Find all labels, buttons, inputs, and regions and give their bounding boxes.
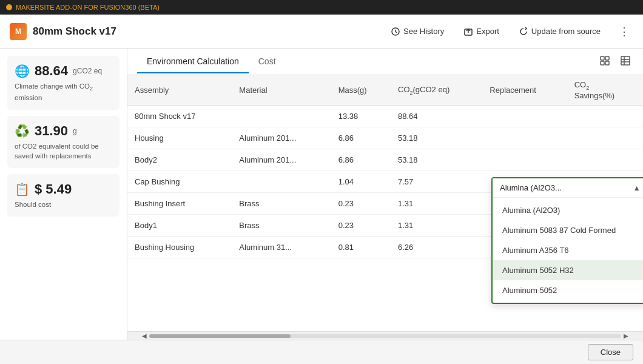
dropdown-selected-text: Alumina (Al2O3... [500, 183, 562, 192]
content-area: Environment Calculation Cost [127, 49, 643, 340]
cell-co2: 1.31 [391, 192, 482, 214]
cost-metric-card: 📋 $ 5.49 Should cost [7, 174, 120, 217]
cell-assembly: Housing [127, 127, 232, 149]
dropdown-item[interactable]: Alumina (Al2O3) [493, 200, 643, 220]
savings-description: of CO2 equivalent could be saved with re… [15, 141, 112, 161]
cell-mass: 1.04 [331, 170, 391, 192]
update-from-source-label: Update from source [531, 27, 601, 36]
col-savings: CO2Savings(%) [567, 75, 643, 105]
cell-savings [567, 105, 643, 127]
table-row: Housing Aluminum 201... 6.86 53.18 [127, 127, 643, 149]
tabs-right [597, 53, 633, 71]
cell-replacement[interactable] [482, 149, 567, 170]
co2-value: 88.64 [35, 63, 68, 79]
cell-replacement[interactable] [482, 105, 567, 127]
table-row: Body2 Aluminum 201... 6.86 53.18 [127, 149, 643, 170]
dropdown-item[interactable]: Aluminum 5052 [493, 280, 643, 300]
scroll-right-arrow[interactable]: ▶ [621, 332, 631, 339]
col-mass: Mass(g) [331, 75, 391, 105]
export-icon [463, 27, 473, 36]
col-material: Material [232, 75, 331, 105]
cell-assembly: 80mm Shock v17 [127, 105, 232, 127]
sidebar: 🌐 88.64 gCO2 eq Climate change with CO2 … [0, 49, 127, 340]
app-logo: M [10, 23, 27, 40]
grid-view-button[interactable] [597, 53, 613, 71]
dropdown-item[interactable]: Aluminum A356 T6 [493, 240, 643, 260]
cell-mass: 0.23 [331, 214, 391, 236]
tab-cost[interactable]: Cost [249, 50, 286, 73]
cell-mass: 0.81 [331, 236, 391, 258]
tabs-bar: Environment Calculation Cost [127, 49, 643, 75]
title-bar: MAKERSITE ADD-ON FOR FUSION360 (BETA) [0, 0, 643, 15]
scrollbar-thumb[interactable] [149, 334, 291, 338]
export-label: Export [476, 27, 499, 36]
chevron-up-icon: ▲ [633, 184, 641, 192]
cell-material: Brass [232, 192, 331, 214]
scroll-left-arrow[interactable]: ◀ [140, 332, 149, 339]
recycle-icon: ♻️ [15, 124, 30, 138]
header: M 80mm Shock v17 See History Export Upda… [0, 15, 643, 49]
horizontal-scrollbar[interactable]: ◀ ▶ [127, 331, 643, 340]
cell-savings [567, 149, 643, 170]
dropdown-selected-row[interactable]: Alumina (Al2O3... ▲ 72.30 [493, 178, 643, 198]
cell-material: Aluminum 201... [232, 127, 331, 149]
svg-rect-3 [601, 56, 604, 60]
co2-description: Climate change with CO2 emission [15, 81, 112, 103]
cell-mass: 0.23 [331, 192, 391, 214]
main-layout: 🌐 88.64 gCO2 eq Climate change with CO2 … [0, 49, 643, 340]
close-button[interactable]: Close [588, 344, 633, 360]
export-button[interactable]: Export [459, 24, 504, 39]
svg-rect-5 [601, 61, 604, 65]
savings-metric-card: ♻️ 31.90 g of CO2 equivalent could be sa… [7, 116, 120, 168]
savings-unit: g [73, 127, 77, 135]
see-history-label: See History [403, 27, 444, 36]
refresh-icon [519, 27, 528, 36]
page-title: 80mm Shock v17 [33, 25, 116, 38]
cell-material: Brass [232, 214, 331, 236]
cost-description: Should cost [15, 200, 112, 209]
cell-material: Aluminum 31... [232, 236, 331, 258]
cell-replacement[interactable] [482, 127, 567, 149]
cell-assembly: Body2 [127, 149, 232, 170]
co2-metric-header: 🌐 88.64 gCO2 eq [15, 63, 112, 79]
dropdown-item[interactable]: Aluminum 5083 87 Cold Formed [493, 220, 643, 240]
cell-assembly: Body1 [127, 214, 232, 236]
more-options-button[interactable]: ⋮ [615, 22, 633, 41]
grid-icon [599, 55, 610, 66]
cell-assembly: Bushing Housing [127, 236, 232, 258]
cell-mass: 13.38 [331, 105, 391, 127]
svg-rect-6 [605, 61, 609, 65]
title-bar-dot [6, 4, 12, 10]
cell-mass: 6.86 [331, 149, 391, 170]
savings-metric-header: ♻️ 31.90 g [15, 123, 112, 139]
col-co2: CO2(gCO2 eq) [391, 75, 482, 105]
cell-co2: 7.57 [391, 170, 482, 192]
update-from-source-button[interactable]: Update from source [514, 24, 605, 39]
table-header: Assembly Material Mass(g) CO2(gCO2 eq) R… [127, 75, 643, 105]
dropdown-item[interactable]: Aluminum 5052 H32 [493, 260, 643, 280]
tabs-left: Environment Calculation Cost [137, 50, 286, 73]
cell-co2: 53.18 [391, 149, 482, 170]
cell-material [232, 105, 331, 127]
cell-savings [567, 127, 643, 149]
header-left: M 80mm Shock v17 [10, 23, 116, 40]
co2-metric-card: 🌐 88.64 gCO2 eq Climate change with CO2 … [7, 56, 120, 110]
see-history-button[interactable]: See History [386, 24, 449, 39]
table-view-button[interactable] [618, 53, 633, 71]
cell-material [232, 170, 331, 192]
cell-mass: 6.86 [331, 127, 391, 149]
tab-environment-calculation[interactable]: Environment Calculation [137, 50, 249, 73]
globe-icon: 🌐 [15, 64, 30, 78]
replacement-dropdown: Alumina (Al2O3... ▲ 72.30 Alumina (Al2O3… [491, 177, 643, 304]
history-icon [391, 27, 400, 36]
bottom-bar: Close [0, 340, 643, 364]
scrollbar-track[interactable] [149, 334, 621, 338]
svg-rect-4 [605, 56, 609, 60]
col-assembly: Assembly [127, 75, 232, 105]
co2-unit: gCO2 eq [73, 67, 102, 75]
table-icon [620, 55, 631, 66]
cell-material: Aluminum 201... [232, 149, 331, 170]
cost-metric-header: 📋 $ 5.49 [15, 181, 112, 197]
cell-assembly: Bushing Insert [127, 192, 232, 214]
header-actions: See History Export Update from source ⋮ [386, 22, 633, 41]
